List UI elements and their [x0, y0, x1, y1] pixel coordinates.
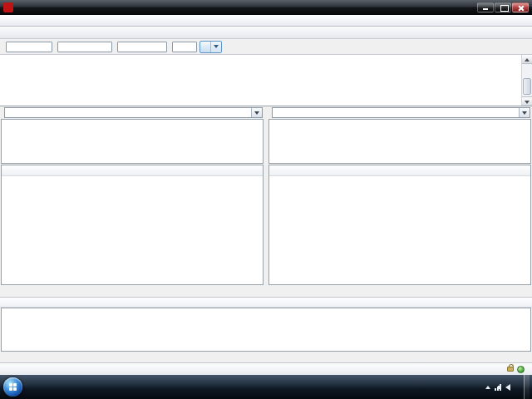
hidden-icons-chevron[interactable]	[485, 386, 490, 389]
local-address-combo[interactable]	[4, 107, 263, 118]
host-input[interactable]	[6, 42, 52, 52]
minimize-button[interactable]	[477, 2, 494, 12]
message-log	[0, 55, 532, 106]
remote-address-dropdown-icon[interactable]	[519, 108, 530, 117]
scroll-up-icon[interactable]	[522, 55, 532, 64]
volume-icon[interactable]	[505, 384, 510, 391]
file-panes	[0, 106, 532, 297]
menu-bar	[0, 15, 532, 27]
remote-file-list	[269, 176, 530, 284]
local-tree	[1, 119, 264, 164]
quickconnect-button[interactable]	[200, 41, 222, 53]
remote-pane	[268, 106, 532, 297]
system-tray	[485, 375, 530, 399]
username-input[interactable]	[57, 42, 112, 52]
toolbar	[0, 27, 532, 39]
scroll-down-icon[interactable]	[522, 96, 532, 106]
close-button[interactable]	[512, 2, 529, 12]
local-file-list	[2, 176, 263, 284]
remote-status-text	[268, 286, 532, 297]
local-list-header	[2, 165, 263, 176]
local-pane	[0, 106, 264, 297]
speed-limit-icon	[517, 366, 525, 373]
local-address-dropdown-icon[interactable]	[251, 108, 262, 117]
queue-tabs	[0, 352, 532, 362]
port-input[interactable]	[172, 42, 197, 52]
maximize-button[interactable]	[495, 2, 511, 12]
taskbar	[0, 375, 532, 399]
show-desktop-button[interactable]	[524, 375, 530, 399]
encryption-icon	[507, 367, 514, 372]
remote-address-combo[interactable]	[272, 107, 530, 118]
app-icon	[3, 2, 13, 12]
password-input[interactable]	[117, 42, 167, 52]
local-address-value	[5, 108, 251, 117]
log-scrollbar[interactable]	[521, 55, 532, 106]
start-button[interactable]	[3, 377, 22, 397]
quickconnect-dropdown-icon[interactable]	[210, 42, 221, 52]
scroll-thumb[interactable]	[523, 78, 531, 95]
remote-list-header	[269, 165, 530, 176]
desktop	[0, 0, 532, 399]
local-status-text	[0, 286, 264, 297]
remote-address-value	[273, 108, 519, 117]
queue-header	[0, 297, 532, 308]
transfer-queue[interactable]	[1, 308, 531, 352]
remote-tree	[268, 119, 531, 164]
filezilla-window	[0, 0, 532, 375]
title-bar[interactable]	[0, 0, 532, 15]
status-bar	[0, 362, 532, 375]
quickconnect-bar	[0, 39, 532, 55]
